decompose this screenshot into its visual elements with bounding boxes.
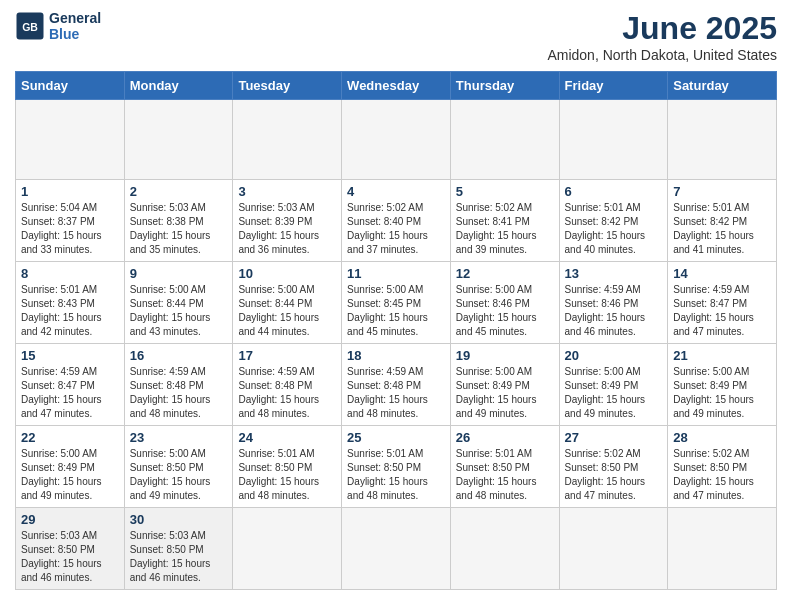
calendar-cell: 2Sunrise: 5:03 AMSunset: 8:38 PMDaylight… xyxy=(124,180,233,262)
daylight-label: Daylight: 15 hours and 49 minutes. xyxy=(456,394,537,419)
day-info: Sunrise: 5:00 AMSunset: 8:46 PMDaylight:… xyxy=(456,283,554,339)
daylight-label: Daylight: 15 hours and 43 minutes. xyxy=(130,312,211,337)
calendar-cell xyxy=(450,100,559,180)
sunset-label: Sunset: 8:46 PM xyxy=(456,298,530,309)
sunrise-label: Sunrise: 4:59 AM xyxy=(238,366,314,377)
day-info: Sunrise: 5:01 AMSunset: 8:50 PMDaylight:… xyxy=(238,447,336,503)
day-number: 12 xyxy=(456,266,554,281)
day-number: 2 xyxy=(130,184,228,199)
sunrise-label: Sunrise: 5:02 AM xyxy=(347,202,423,213)
day-info: Sunrise: 5:03 AMSunset: 8:39 PMDaylight:… xyxy=(238,201,336,257)
location-subtitle: Amidon, North Dakota, United States xyxy=(547,47,777,63)
day-info: Sunrise: 4:59 AMSunset: 8:47 PMDaylight:… xyxy=(673,283,771,339)
sunrise-label: Sunrise: 5:00 AM xyxy=(347,284,423,295)
calendar-cell xyxy=(668,508,777,590)
sunrise-label: Sunrise: 5:02 AM xyxy=(565,448,641,459)
logo-icon: GB xyxy=(15,11,45,41)
sunset-label: Sunset: 8:48 PM xyxy=(238,380,312,391)
calendar-cell: 4Sunrise: 5:02 AMSunset: 8:40 PMDaylight… xyxy=(342,180,451,262)
day-number: 7 xyxy=(673,184,771,199)
daylight-label: Daylight: 15 hours and 48 minutes. xyxy=(347,476,428,501)
day-info: Sunrise: 5:01 AMSunset: 8:50 PMDaylight:… xyxy=(347,447,445,503)
sunrise-label: Sunrise: 5:00 AM xyxy=(130,448,206,459)
month-year-title: June 2025 xyxy=(547,10,777,47)
daylight-label: Daylight: 15 hours and 48 minutes. xyxy=(130,394,211,419)
calendar-cell xyxy=(450,508,559,590)
day-number: 22 xyxy=(21,430,119,445)
day-info: Sunrise: 5:01 AMSunset: 8:42 PMDaylight:… xyxy=(673,201,771,257)
calendar-cell: 8Sunrise: 5:01 AMSunset: 8:43 PMDaylight… xyxy=(16,262,125,344)
day-header-saturday: Saturday xyxy=(668,72,777,100)
day-info: Sunrise: 5:00 AMSunset: 8:49 PMDaylight:… xyxy=(21,447,119,503)
sunset-label: Sunset: 8:48 PM xyxy=(347,380,421,391)
sunrise-label: Sunrise: 5:04 AM xyxy=(21,202,97,213)
sunset-label: Sunset: 8:43 PM xyxy=(21,298,95,309)
calendar-cell: 6Sunrise: 5:01 AMSunset: 8:42 PMDaylight… xyxy=(559,180,668,262)
daylight-label: Daylight: 15 hours and 48 minutes. xyxy=(238,394,319,419)
daylight-label: Daylight: 15 hours and 47 minutes. xyxy=(673,312,754,337)
sunset-label: Sunset: 8:45 PM xyxy=(347,298,421,309)
calendar-cell: 21Sunrise: 5:00 AMSunset: 8:49 PMDayligh… xyxy=(668,344,777,426)
day-header-monday: Monday xyxy=(124,72,233,100)
calendar-cell: 30Sunrise: 5:03 AMSunset: 8:50 PMDayligh… xyxy=(124,508,233,590)
sunrise-label: Sunrise: 5:00 AM xyxy=(238,284,314,295)
daylight-label: Daylight: 15 hours and 42 minutes. xyxy=(21,312,102,337)
day-number: 3 xyxy=(238,184,336,199)
daylight-label: Daylight: 15 hours and 46 minutes. xyxy=(565,312,646,337)
sunrise-label: Sunrise: 5:02 AM xyxy=(673,448,749,459)
sunrise-label: Sunrise: 5:00 AM xyxy=(456,284,532,295)
day-number: 20 xyxy=(565,348,663,363)
sunrise-label: Sunrise: 4:59 AM xyxy=(130,366,206,377)
sunrise-label: Sunrise: 4:59 AM xyxy=(21,366,97,377)
daylight-label: Daylight: 15 hours and 39 minutes. xyxy=(456,230,537,255)
calendar-cell: 1Sunrise: 5:04 AMSunset: 8:37 PMDaylight… xyxy=(16,180,125,262)
sunrise-label: Sunrise: 5:03 AM xyxy=(130,202,206,213)
daylight-label: Daylight: 15 hours and 35 minutes. xyxy=(130,230,211,255)
calendar-cell: 14Sunrise: 4:59 AMSunset: 8:47 PMDayligh… xyxy=(668,262,777,344)
calendar-cell: 28Sunrise: 5:02 AMSunset: 8:50 PMDayligh… xyxy=(668,426,777,508)
sunset-label: Sunset: 8:48 PM xyxy=(130,380,204,391)
day-header-wednesday: Wednesday xyxy=(342,72,451,100)
day-number: 10 xyxy=(238,266,336,281)
day-info: Sunrise: 5:02 AMSunset: 8:50 PMDaylight:… xyxy=(673,447,771,503)
sunrise-label: Sunrise: 5:03 AM xyxy=(21,530,97,541)
sunrise-label: Sunrise: 4:59 AM xyxy=(565,284,641,295)
sunset-label: Sunset: 8:42 PM xyxy=(673,216,747,227)
sunrise-label: Sunrise: 5:00 AM xyxy=(456,366,532,377)
day-info: Sunrise: 5:00 AMSunset: 8:49 PMDaylight:… xyxy=(673,365,771,421)
sunset-label: Sunset: 8:42 PM xyxy=(565,216,639,227)
daylight-label: Daylight: 15 hours and 48 minutes. xyxy=(347,394,428,419)
sunset-label: Sunset: 8:49 PM xyxy=(673,380,747,391)
day-info: Sunrise: 5:00 AMSunset: 8:44 PMDaylight:… xyxy=(238,283,336,339)
day-number: 26 xyxy=(456,430,554,445)
calendar-cell: 25Sunrise: 5:01 AMSunset: 8:50 PMDayligh… xyxy=(342,426,451,508)
calendar-cell: 26Sunrise: 5:01 AMSunset: 8:50 PMDayligh… xyxy=(450,426,559,508)
daylight-label: Daylight: 15 hours and 44 minutes. xyxy=(238,312,319,337)
calendar-cell: 27Sunrise: 5:02 AMSunset: 8:50 PMDayligh… xyxy=(559,426,668,508)
page-header: GB General Blue June 2025 Amidon, North … xyxy=(15,10,777,63)
day-info: Sunrise: 4:59 AMSunset: 8:47 PMDaylight:… xyxy=(21,365,119,421)
sunset-label: Sunset: 8:50 PM xyxy=(21,544,95,555)
svg-text:GB: GB xyxy=(22,21,38,33)
calendar-cell: 19Sunrise: 5:00 AMSunset: 8:49 PMDayligh… xyxy=(450,344,559,426)
day-header-thursday: Thursday xyxy=(450,72,559,100)
calendar-cell xyxy=(233,508,342,590)
calendar-cell: 13Sunrise: 4:59 AMSunset: 8:46 PMDayligh… xyxy=(559,262,668,344)
daylight-label: Daylight: 15 hours and 47 minutes. xyxy=(565,476,646,501)
calendar-cell: 10Sunrise: 5:00 AMSunset: 8:44 PMDayligh… xyxy=(233,262,342,344)
calendar-cell: 16Sunrise: 4:59 AMSunset: 8:48 PMDayligh… xyxy=(124,344,233,426)
daylight-label: Daylight: 15 hours and 49 minutes. xyxy=(130,476,211,501)
day-info: Sunrise: 5:03 AMSunset: 8:38 PMDaylight:… xyxy=(130,201,228,257)
day-info: Sunrise: 5:01 AMSunset: 8:42 PMDaylight:… xyxy=(565,201,663,257)
calendar-cell: 7Sunrise: 5:01 AMSunset: 8:42 PMDaylight… xyxy=(668,180,777,262)
day-number: 21 xyxy=(673,348,771,363)
sunset-label: Sunset: 8:38 PM xyxy=(130,216,204,227)
daylight-label: Daylight: 15 hours and 49 minutes. xyxy=(565,394,646,419)
sunset-label: Sunset: 8:49 PM xyxy=(21,462,95,473)
day-info: Sunrise: 4:59 AMSunset: 8:46 PMDaylight:… xyxy=(565,283,663,339)
day-info: Sunrise: 5:00 AMSunset: 8:44 PMDaylight:… xyxy=(130,283,228,339)
calendar-cell: 23Sunrise: 5:00 AMSunset: 8:50 PMDayligh… xyxy=(124,426,233,508)
day-number: 5 xyxy=(456,184,554,199)
day-info: Sunrise: 5:02 AMSunset: 8:40 PMDaylight:… xyxy=(347,201,445,257)
sunset-label: Sunset: 8:47 PM xyxy=(21,380,95,391)
